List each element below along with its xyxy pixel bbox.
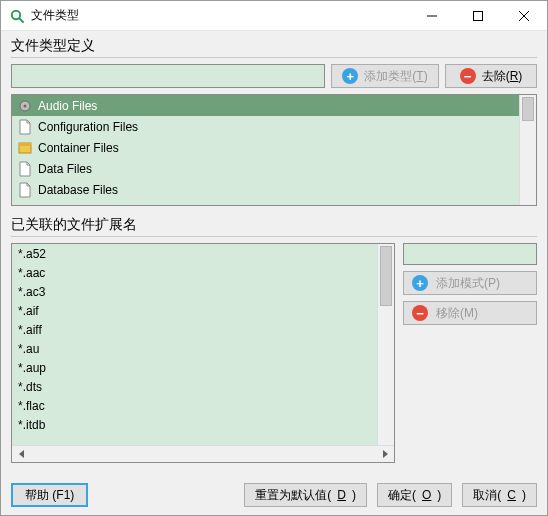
minimize-button[interactable] (409, 1, 455, 31)
minus-icon: − (460, 68, 476, 84)
window-title: 文件类型 (31, 7, 79, 24)
add-type-button[interactable]: + 添加类型(T) (331, 64, 439, 88)
dialog-window: 文件类型 文件类型定义 + 添加类型(T) − 去 (0, 0, 548, 516)
remove-type-button[interactable]: − 去除(R) (445, 64, 537, 88)
extension-list[interactable]: *.a52*.aac*.ac3*.aif*.aiff*.au*.aup*.dts… (11, 243, 395, 463)
list-item[interactable]: Configuration Files (12, 116, 519, 137)
type-name-input[interactable] (11, 64, 325, 88)
extension-side-panel: + 添加模式(P) − 移除(M) (403, 243, 537, 463)
list-item[interactable]: *.ac3 (12, 282, 377, 301)
plus-icon: + (412, 275, 428, 291)
list-item[interactable]: *.a52 (12, 244, 377, 263)
scrollbar-thumb[interactable] (380, 246, 392, 306)
list-item-label: Configuration Files (38, 120, 138, 134)
list-item[interactable]: *.dts (12, 377, 377, 396)
file-icon (18, 182, 32, 198)
add-type-label: 添加类型(T) (364, 68, 427, 85)
add-pattern-label: 添加模式(P) (436, 275, 500, 292)
app-icon (9, 8, 25, 24)
list-item-label: Audio Files (38, 99, 97, 113)
remove-pattern-button[interactable]: − 移除(M) (403, 301, 537, 325)
list-item[interactable]: *.aif (12, 301, 377, 320)
container-icon (18, 140, 32, 156)
divider (11, 57, 537, 58)
list-item[interactable]: *.aac (12, 263, 377, 282)
svg-rect-3 (474, 11, 483, 20)
svg-rect-9 (19, 143, 31, 146)
list-item[interactable]: Database Files (12, 179, 519, 200)
maximize-button[interactable] (455, 1, 501, 31)
ok-button[interactable]: 确定(O) (377, 483, 452, 507)
reset-defaults-button[interactable]: 重置为默认值(D) (244, 483, 367, 507)
list-item[interactable]: Container Files (12, 137, 519, 158)
file-icon (18, 119, 32, 135)
pattern-input[interactable] (403, 243, 537, 265)
type-edit-row: + 添加类型(T) − 去除(R) (11, 64, 537, 88)
list-item[interactable]: Data Files (12, 158, 519, 179)
list-item[interactable]: *.itdb (12, 415, 377, 434)
horizontal-scrollbar[interactable] (12, 445, 394, 462)
footer: 帮助 (F1) 重置为默认值(D) 确定(O) 取消(C) (11, 483, 537, 507)
svg-marker-11 (383, 450, 388, 458)
list-item[interactable]: *.aiff (12, 320, 377, 339)
add-pattern-button[interactable]: + 添加模式(P) (403, 271, 537, 295)
file-icon (18, 161, 32, 177)
close-button[interactable] (501, 1, 547, 31)
list-item-label: Data Files (38, 162, 92, 176)
type-list[interactable]: Audio FilesConfiguration FilesContainer … (11, 94, 537, 206)
scroll-right-icon[interactable] (377, 448, 392, 461)
section-filetype-def-title: 文件类型定义 (11, 37, 537, 55)
svg-line-1 (19, 18, 23, 22)
scrollbar-thumb[interactable] (522, 97, 534, 121)
section-ext-title: 已关联的文件扩展名 (11, 216, 537, 234)
help-button[interactable]: 帮助 (F1) (11, 483, 88, 507)
minus-icon: − (412, 305, 428, 321)
list-item-label: Container Files (38, 141, 119, 155)
scroll-left-icon[interactable] (14, 448, 29, 461)
vertical-scrollbar[interactable] (377, 244, 394, 445)
titlebar: 文件类型 (1, 1, 547, 31)
plus-icon: + (342, 68, 358, 84)
audio-icon (18, 98, 32, 114)
content: 文件类型定义 + 添加类型(T) − 去除(R) Audio FilesConf… (1, 31, 547, 471)
list-item[interactable]: Audio Files (12, 95, 519, 116)
list-item[interactable]: *.flac (12, 396, 377, 415)
list-item[interactable]: *.aup (12, 358, 377, 377)
cancel-button[interactable]: 取消(C) (462, 483, 537, 507)
svg-marker-10 (19, 450, 24, 458)
divider (11, 236, 537, 237)
remove-type-label: 去除(R) (482, 68, 523, 85)
list-item[interactable]: *.au (12, 339, 377, 358)
svg-point-7 (24, 104, 27, 107)
remove-pattern-label: 移除(M) (436, 305, 478, 322)
list-item-label: Database Files (38, 183, 118, 197)
vertical-scrollbar[interactable] (519, 95, 536, 205)
